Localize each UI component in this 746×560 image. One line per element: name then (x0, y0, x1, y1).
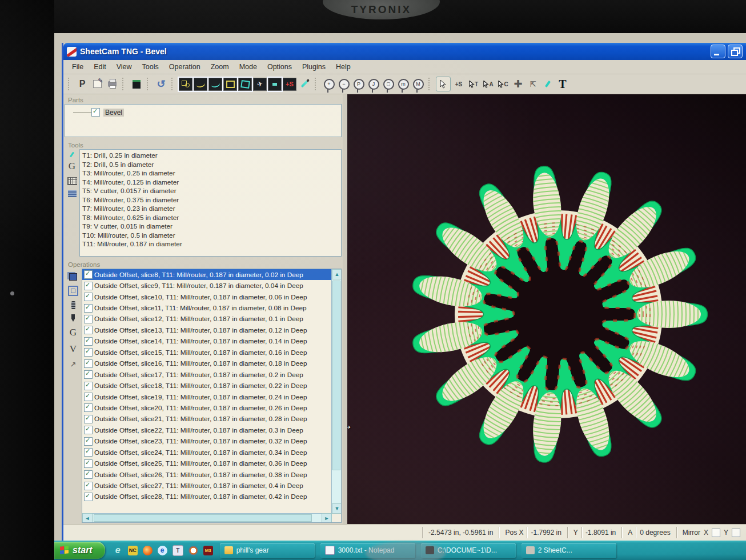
tool-row[interactable]: T3: Mill/router, 0.25 in diameter (80, 169, 341, 177)
operation-checkbox[interactable] (84, 304, 93, 313)
show-start-points-button[interactable]: +S (283, 78, 296, 91)
operation-row[interactable]: Outside Offset, slice15, T11: Mill/route… (82, 347, 332, 358)
operation-row[interactable]: Outside Offset, slice25, T11: Mill/route… (82, 458, 332, 469)
operation-row[interactable]: Outside Offset, slice21, T11: Mill/route… (82, 414, 332, 425)
undo-button[interactable]: ↺ (154, 77, 168, 91)
operation-checkbox[interactable] (84, 382, 93, 390)
tool-pen-icon[interactable] (70, 152, 74, 158)
op-gcode-icon[interactable]: G (70, 327, 77, 338)
menu-item[interactable]: Plugins (297, 61, 331, 73)
op-screw-icon[interactable] (71, 301, 75, 309)
move-tool-button[interactable]: ✚ (511, 77, 525, 91)
select-tabs-button[interactable]: T (467, 77, 480, 91)
tool-row[interactable]: T4: Mill/router, 0.125 in diameter (80, 177, 341, 186)
tool-import-icon[interactable] (68, 190, 77, 197)
operation-row[interactable]: Outside Offset, slice9, T11: Mill/router… (82, 280, 332, 291)
operations-list[interactable]: Outside Offset, slice8, T11: Mill/router… (82, 269, 341, 522)
zoom-in-button[interactable]: + (322, 77, 336, 91)
tool-row[interactable]: T2: Drill, 0.5 in diameter (80, 159, 341, 168)
menu-item[interactable]: Mode (234, 61, 262, 73)
operation-row[interactable]: Outside Offset, slice13, T11: Mill/route… (82, 325, 332, 335)
zoom-m-button[interactable]: m (396, 77, 410, 91)
tool-row[interactable]: T11: Mill/router, 0.187 in diameter (80, 239, 341, 248)
operation-checkbox[interactable] (84, 348, 93, 357)
pen-button[interactable] (298, 77, 311, 91)
operation-row[interactable]: Outside Offset, slice16, T11: Mill/route… (82, 358, 332, 369)
edit-part-button[interactable] (90, 77, 104, 91)
operation-checkbox[interactable] (84, 470, 93, 479)
toolbar-grip[interactable] (68, 78, 72, 90)
op-pocket-icon[interactable] (68, 286, 78, 296)
operations-vertical-scrollbar[interactable]: ▲ ▼ (331, 269, 341, 514)
toolbar-grip[interactable] (171, 78, 175, 90)
operation-row[interactable]: Outside Offset, slice23, T11: Mill/route… (82, 436, 332, 447)
operation-row[interactable]: Outside Offset, slice10, T11: Mill/route… (82, 291, 332, 302)
operation-row[interactable]: Outside Offset, slice8, T11: Mill/router… (82, 269, 332, 280)
toolbar-grip[interactable] (147, 78, 151, 90)
operation-row[interactable]: Outside Offset, slice12, T11: Mill/route… (82, 314, 332, 325)
taskbar-button[interactable]: 3000.txt - Notepad (320, 543, 415, 558)
operation-checkbox[interactable] (84, 459, 93, 468)
measure-tool-button[interactable] (541, 77, 555, 91)
show-cuts-button[interactable] (268, 78, 282, 91)
menu-item[interactable]: Edit (89, 61, 111, 73)
taskbar-button[interactable]: C:\DOCUME~1\D... (421, 543, 516, 558)
operation-row[interactable]: Outside Offset, slice17, T11: Mill/route… (82, 369, 332, 380)
firefox-icon[interactable] (143, 546, 153, 555)
select-start-button[interactable]: +S (452, 77, 466, 91)
op-contour-icon[interactable] (69, 273, 77, 281)
toolpath-view[interactable]: ↔ (347, 94, 746, 524)
toolbar-grip[interactable] (122, 78, 126, 90)
operation-checkbox[interactable] (84, 359, 93, 368)
operation-checkbox[interactable] (84, 403, 93, 412)
op-move-icon[interactable]: ↗ (70, 360, 77, 369)
zoom-machine-button[interactable]: M (411, 77, 425, 91)
horizontal-scroll-thumb[interactable] (94, 514, 312, 522)
tools-list[interactable]: T1: Drill, 0.25 in diameterT2: Drill, 0.… (79, 149, 342, 257)
taskbar-button[interactable]: 2 SheetC... (522, 543, 616, 558)
mirror-y-checkbox[interactable] (732, 529, 740, 537)
operation-checkbox[interactable] (84, 437, 93, 446)
zoom-part-button[interactable]: P (352, 77, 366, 91)
scroll-right-icon[interactable]: ► (322, 513, 332, 523)
taskbar-button[interactable]: phill's gear (220, 543, 315, 558)
operation-checkbox[interactable] (84, 270, 93, 279)
operation-row[interactable]: Outside Offset, slice19, T11: Mill/route… (82, 391, 332, 402)
notepad-quick-icon[interactable]: T (173, 545, 183, 556)
nc-icon[interactable]: NC (128, 546, 138, 555)
media-player-icon[interactable] (188, 546, 198, 555)
show-material-button[interactable] (223, 78, 237, 91)
menu-item[interactable]: Options (262, 61, 297, 73)
show-part-bounds-button[interactable] (238, 78, 252, 91)
start-button[interactable]: start (54, 542, 105, 559)
operation-row[interactable]: Outside Offset, slice22, T11: Mill/route… (82, 425, 332, 435)
operation-checkbox[interactable] (84, 493, 93, 501)
part-item[interactable]: Bevel (73, 108, 341, 117)
minimize-button[interactable] (711, 45, 725, 58)
show-jet-button[interactable]: ✈ (253, 78, 267, 91)
gcode-icon[interactable]: G (69, 161, 75, 172)
operation-checkbox[interactable] (84, 326, 93, 334)
menu-item[interactable]: Zoom (206, 61, 234, 73)
restore-button[interactable] (728, 45, 743, 58)
operation-row[interactable]: Outside Offset, slice28, T11: Mill/route… (82, 491, 332, 502)
machine-button[interactable] (130, 77, 143, 91)
part-checkbox[interactable] (91, 108, 100, 117)
scroll-left-icon[interactable]: ◄ (82, 513, 93, 523)
tool-row[interactable]: T5: V cutter, 0.0157 in diameter (80, 186, 341, 195)
operation-row[interactable]: Outside Offset, slice20, T11: Mill/route… (82, 402, 332, 413)
operation-checkbox[interactable] (84, 315, 93, 323)
post-process-button[interactable]: P (75, 77, 89, 91)
select-contour-button[interactable]: C (496, 77, 510, 91)
transform-tool-button[interactable]: ⇱ (526, 77, 540, 91)
tool-table-icon[interactable] (67, 177, 77, 185)
show-toolpath-button[interactable] (208, 78, 222, 91)
vertical-scroll-thumb[interactable] (332, 281, 340, 470)
zoom-out-button[interactable]: − (337, 77, 351, 91)
scroll-up-icon[interactable]: ▲ (332, 269, 342, 279)
operation-checkbox[interactable] (84, 482, 93, 490)
panel-splitter[interactable] (343, 94, 347, 524)
operation-checkbox[interactable] (84, 448, 93, 457)
show-rapids-button[interactable] (194, 78, 207, 91)
operation-checkbox[interactable] (84, 393, 93, 401)
